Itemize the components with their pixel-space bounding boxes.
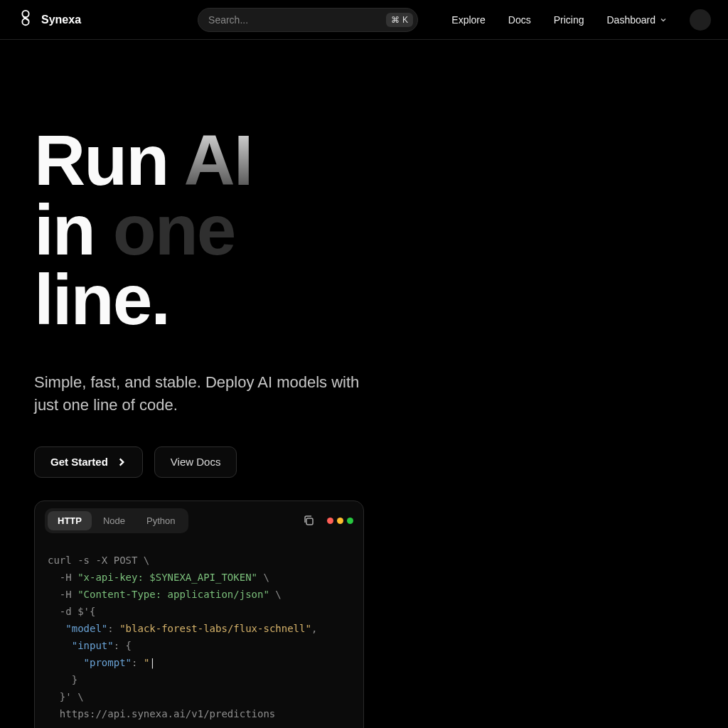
- svg-rect-2: [306, 518, 313, 525]
- get-started-button[interactable]: Get Started: [34, 446, 143, 478]
- window-dots-icon: [327, 518, 353, 524]
- nav-links: Explore Docs Pricing Dashboard: [451, 9, 711, 31]
- hero-title: Run AI in one line.: [34, 125, 421, 334]
- get-started-label: Get Started: [50, 456, 108, 468]
- brand-logo-icon: [17, 9, 34, 31]
- copy-icon[interactable]: [303, 515, 314, 526]
- view-docs-label: View Docs: [171, 456, 221, 468]
- hero-subtitle: Simple, fast, and stable. Deploy AI mode…: [34, 371, 361, 417]
- tab-node[interactable]: Node: [93, 511, 135, 530]
- search-placeholder: Search...: [208, 14, 386, 26]
- chevron-down-icon: [660, 16, 667, 23]
- brand-name: Synexa: [41, 14, 81, 26]
- nav-dashboard-label: Dashboard: [607, 14, 656, 26]
- code-box: HTTP Node Python curl -s -X POST \ -H "x…: [34, 500, 364, 728]
- code-tabs: HTTP Node Python: [35, 501, 363, 540]
- view-docs-button[interactable]: View Docs: [154, 446, 237, 478]
- avatar[interactable]: [690, 9, 711, 31]
- nav-pricing[interactable]: Pricing: [554, 14, 584, 26]
- top-nav: Synexa Search... ⌘K Explore Docs Pricing…: [0, 0, 728, 40]
- search-shortcut: ⌘K: [386, 13, 413, 27]
- code-content: curl -s -X POST \ -H "x-api-key: $SYNEXA…: [35, 540, 363, 728]
- tab-python[interactable]: Python: [136, 511, 185, 530]
- cta-row: Get Started View Docs: [34, 446, 421, 478]
- hero: Run AI in one line. Simple, fast, and st…: [0, 40, 455, 478]
- tab-http[interactable]: HTTP: [48, 511, 92, 530]
- chevron-right-icon: [117, 457, 127, 467]
- nav-explore[interactable]: Explore: [451, 14, 485, 26]
- nav-dashboard[interactable]: Dashboard: [607, 14, 668, 26]
- brand[interactable]: Synexa: [17, 9, 81, 31]
- nav-docs[interactable]: Docs: [508, 14, 531, 26]
- search-input[interactable]: Search... ⌘K: [198, 8, 418, 32]
